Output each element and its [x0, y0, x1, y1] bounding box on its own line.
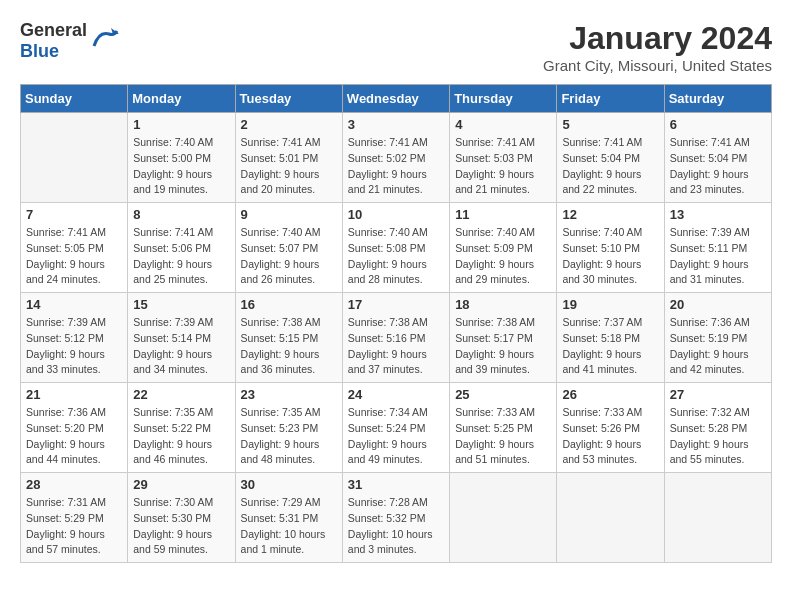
weekday-header-sunday: Sunday [21, 85, 128, 113]
calendar-day-cell: 1Sunrise: 7:40 AMSunset: 5:00 PMDaylight… [128, 113, 235, 203]
day-number: 2 [241, 117, 337, 132]
day-number: 29 [133, 477, 229, 492]
day-number: 11 [455, 207, 551, 222]
day-number: 12 [562, 207, 658, 222]
calendar-day-cell: 29Sunrise: 7:30 AMSunset: 5:30 PMDayligh… [128, 473, 235, 563]
calendar-day-cell: 3Sunrise: 7:41 AMSunset: 5:02 PMDaylight… [342, 113, 449, 203]
calendar-week-5: 28Sunrise: 7:31 AMSunset: 5:29 PMDayligh… [21, 473, 772, 563]
calendar-day-cell: 2Sunrise: 7:41 AMSunset: 5:01 PMDaylight… [235, 113, 342, 203]
calendar-week-4: 21Sunrise: 7:36 AMSunset: 5:20 PMDayligh… [21, 383, 772, 473]
day-number: 4 [455, 117, 551, 132]
calendar-day-cell: 12Sunrise: 7:40 AMSunset: 5:10 PMDayligh… [557, 203, 664, 293]
calendar-day-cell: 25Sunrise: 7:33 AMSunset: 5:25 PMDayligh… [450, 383, 557, 473]
calendar-week-3: 14Sunrise: 7:39 AMSunset: 5:12 PMDayligh… [21, 293, 772, 383]
day-info: Sunrise: 7:36 AMSunset: 5:19 PMDaylight:… [670, 315, 766, 378]
calendar-day-cell: 23Sunrise: 7:35 AMSunset: 5:23 PMDayligh… [235, 383, 342, 473]
day-number: 26 [562, 387, 658, 402]
day-info: Sunrise: 7:32 AMSunset: 5:28 PMDaylight:… [670, 405, 766, 468]
day-number: 30 [241, 477, 337, 492]
calendar-day-cell: 10Sunrise: 7:40 AMSunset: 5:08 PMDayligh… [342, 203, 449, 293]
day-info: Sunrise: 7:38 AMSunset: 5:15 PMDaylight:… [241, 315, 337, 378]
calendar-day-cell: 9Sunrise: 7:40 AMSunset: 5:07 PMDaylight… [235, 203, 342, 293]
day-info: Sunrise: 7:40 AMSunset: 5:10 PMDaylight:… [562, 225, 658, 288]
day-number: 24 [348, 387, 444, 402]
day-number: 28 [26, 477, 122, 492]
calendar-day-cell: 6Sunrise: 7:41 AMSunset: 5:04 PMDaylight… [664, 113, 771, 203]
day-info: Sunrise: 7:41 AMSunset: 5:05 PMDaylight:… [26, 225, 122, 288]
day-info: Sunrise: 7:40 AMSunset: 5:00 PMDaylight:… [133, 135, 229, 198]
logo-general: General [20, 20, 87, 40]
day-info: Sunrise: 7:39 AMSunset: 5:12 PMDaylight:… [26, 315, 122, 378]
calendar-day-cell [21, 113, 128, 203]
calendar-day-cell [450, 473, 557, 563]
calendar-day-cell: 27Sunrise: 7:32 AMSunset: 5:28 PMDayligh… [664, 383, 771, 473]
calendar-day-cell: 19Sunrise: 7:37 AMSunset: 5:18 PMDayligh… [557, 293, 664, 383]
calendar-day-cell: 16Sunrise: 7:38 AMSunset: 5:15 PMDayligh… [235, 293, 342, 383]
calendar-day-cell: 28Sunrise: 7:31 AMSunset: 5:29 PMDayligh… [21, 473, 128, 563]
day-info: Sunrise: 7:39 AMSunset: 5:14 PMDaylight:… [133, 315, 229, 378]
weekday-header-tuesday: Tuesday [235, 85, 342, 113]
day-info: Sunrise: 7:38 AMSunset: 5:17 PMDaylight:… [455, 315, 551, 378]
weekday-header-wednesday: Wednesday [342, 85, 449, 113]
day-info: Sunrise: 7:40 AMSunset: 5:09 PMDaylight:… [455, 225, 551, 288]
calendar-table: SundayMondayTuesdayWednesdayThursdayFrid… [20, 84, 772, 563]
day-info: Sunrise: 7:34 AMSunset: 5:24 PMDaylight:… [348, 405, 444, 468]
day-number: 13 [670, 207, 766, 222]
day-info: Sunrise: 7:40 AMSunset: 5:08 PMDaylight:… [348, 225, 444, 288]
weekday-header-monday: Monday [128, 85, 235, 113]
day-info: Sunrise: 7:41 AMSunset: 5:04 PMDaylight:… [670, 135, 766, 198]
day-number: 23 [241, 387, 337, 402]
logo-blue: Blue [20, 41, 59, 61]
day-number: 9 [241, 207, 337, 222]
calendar-day-cell: 21Sunrise: 7:36 AMSunset: 5:20 PMDayligh… [21, 383, 128, 473]
calendar-day-cell [557, 473, 664, 563]
calendar-day-cell [664, 473, 771, 563]
day-info: Sunrise: 7:41 AMSunset: 5:01 PMDaylight:… [241, 135, 337, 198]
day-number: 7 [26, 207, 122, 222]
calendar-day-cell: 20Sunrise: 7:36 AMSunset: 5:19 PMDayligh… [664, 293, 771, 383]
page-header: General Blue January 2024 Grant City, Mi… [20, 20, 772, 74]
day-info: Sunrise: 7:33 AMSunset: 5:26 PMDaylight:… [562, 405, 658, 468]
page-title: January 2024 [543, 20, 772, 57]
calendar-day-cell: 5Sunrise: 7:41 AMSunset: 5:04 PMDaylight… [557, 113, 664, 203]
day-number: 19 [562, 297, 658, 312]
day-number: 6 [670, 117, 766, 132]
day-info: Sunrise: 7:41 AMSunset: 5:06 PMDaylight:… [133, 225, 229, 288]
day-number: 18 [455, 297, 551, 312]
title-area: January 2024 Grant City, Missouri, Unite… [543, 20, 772, 74]
calendar-day-cell: 31Sunrise: 7:28 AMSunset: 5:32 PMDayligh… [342, 473, 449, 563]
calendar-week-2: 7Sunrise: 7:41 AMSunset: 5:05 PMDaylight… [21, 203, 772, 293]
day-info: Sunrise: 7:35 AMSunset: 5:22 PMDaylight:… [133, 405, 229, 468]
day-number: 5 [562, 117, 658, 132]
day-info: Sunrise: 7:33 AMSunset: 5:25 PMDaylight:… [455, 405, 551, 468]
calendar-header-row: SundayMondayTuesdayWednesdayThursdayFrid… [21, 85, 772, 113]
calendar-day-cell: 7Sunrise: 7:41 AMSunset: 5:05 PMDaylight… [21, 203, 128, 293]
weekday-header-friday: Friday [557, 85, 664, 113]
day-number: 10 [348, 207, 444, 222]
day-number: 16 [241, 297, 337, 312]
logo-text: General Blue [20, 20, 87, 62]
day-number: 22 [133, 387, 229, 402]
calendar-day-cell: 30Sunrise: 7:29 AMSunset: 5:31 PMDayligh… [235, 473, 342, 563]
day-number: 21 [26, 387, 122, 402]
calendar-day-cell: 18Sunrise: 7:38 AMSunset: 5:17 PMDayligh… [450, 293, 557, 383]
day-info: Sunrise: 7:37 AMSunset: 5:18 PMDaylight:… [562, 315, 658, 378]
calendar-day-cell: 24Sunrise: 7:34 AMSunset: 5:24 PMDayligh… [342, 383, 449, 473]
day-number: 8 [133, 207, 229, 222]
weekday-header-saturday: Saturday [664, 85, 771, 113]
day-info: Sunrise: 7:36 AMSunset: 5:20 PMDaylight:… [26, 405, 122, 468]
weekday-header-thursday: Thursday [450, 85, 557, 113]
calendar-day-cell: 8Sunrise: 7:41 AMSunset: 5:06 PMDaylight… [128, 203, 235, 293]
day-number: 15 [133, 297, 229, 312]
calendar-day-cell: 13Sunrise: 7:39 AMSunset: 5:11 PMDayligh… [664, 203, 771, 293]
day-number: 1 [133, 117, 229, 132]
day-info: Sunrise: 7:29 AMSunset: 5:31 PMDaylight:… [241, 495, 337, 558]
day-info: Sunrise: 7:41 AMSunset: 5:02 PMDaylight:… [348, 135, 444, 198]
day-info: Sunrise: 7:30 AMSunset: 5:30 PMDaylight:… [133, 495, 229, 558]
day-info: Sunrise: 7:41 AMSunset: 5:04 PMDaylight:… [562, 135, 658, 198]
day-number: 25 [455, 387, 551, 402]
calendar-day-cell: 14Sunrise: 7:39 AMSunset: 5:12 PMDayligh… [21, 293, 128, 383]
calendar-day-cell: 26Sunrise: 7:33 AMSunset: 5:26 PMDayligh… [557, 383, 664, 473]
calendar-day-cell: 22Sunrise: 7:35 AMSunset: 5:22 PMDayligh… [128, 383, 235, 473]
day-info: Sunrise: 7:39 AMSunset: 5:11 PMDaylight:… [670, 225, 766, 288]
